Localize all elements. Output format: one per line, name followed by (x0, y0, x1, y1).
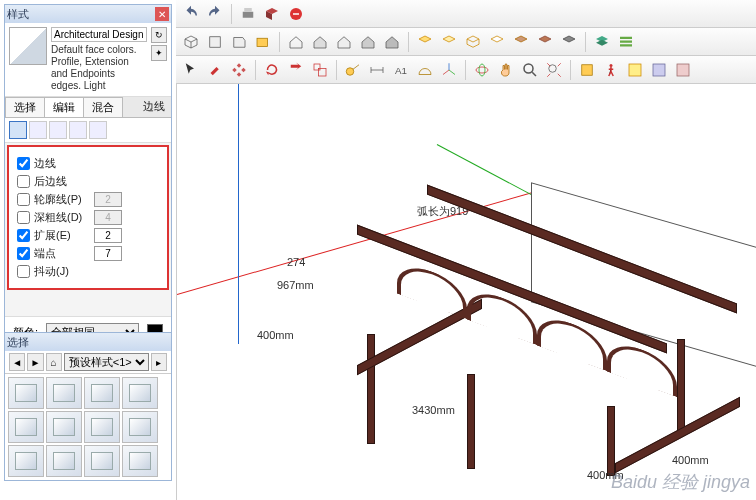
update-style-button[interactable]: ↻ (151, 27, 167, 43)
tab-mix[interactable]: 混合 (83, 97, 123, 117)
view-house-4[interactable] (357, 31, 379, 53)
style-tex[interactable] (534, 31, 556, 53)
view-house-1[interactable] (285, 31, 307, 53)
extension-checkbox[interactable] (17, 229, 30, 242)
browser-header[interactable]: 选择 (5, 333, 171, 351)
tab-edit[interactable]: 编辑 (44, 97, 84, 117)
svg-rect-19 (629, 64, 641, 76)
style-xray[interactable] (414, 31, 436, 53)
tool-redo[interactable] (204, 3, 226, 25)
style-thumb-item[interactable] (122, 411, 158, 443)
jitter-checkbox[interactable] (17, 265, 30, 278)
extension-value[interactable] (94, 228, 122, 243)
close-icon[interactable]: ✕ (155, 7, 169, 21)
endpoints-value[interactable] (94, 246, 122, 261)
edge-settings-icon[interactable] (9, 121, 27, 139)
pergola-model (357, 224, 717, 454)
dim-3430: 3430mm (412, 404, 455, 416)
tool-tape[interactable] (342, 59, 364, 81)
tool-front[interactable] (228, 31, 250, 53)
layers-icon[interactable] (591, 31, 613, 53)
style-thumb-item[interactable] (8, 445, 44, 477)
style-thumbnail[interactable] (9, 27, 47, 65)
tool-print[interactable] (237, 3, 259, 25)
face-settings-icon[interactable] (29, 121, 47, 139)
style-back[interactable] (438, 31, 460, 53)
svg-rect-8 (620, 44, 632, 46)
modeling-settings-icon[interactable] (89, 121, 107, 139)
view-house-5[interactable] (381, 31, 403, 53)
profiles-checkbox[interactable] (17, 193, 30, 206)
tool-plugin-2[interactable] (648, 59, 670, 81)
collection-select[interactable]: 预设样式<1> (64, 353, 149, 371)
tool-axes[interactable] (438, 59, 460, 81)
style-name-input[interactable] (51, 27, 147, 42)
style-thumb-item[interactable] (8, 411, 44, 443)
tool-box[interactable] (252, 31, 274, 53)
style-thumbnails (5, 374, 171, 480)
new-style-button[interactable]: ✦ (151, 45, 167, 61)
tool-section[interactable] (576, 59, 598, 81)
tool-plugin-3[interactable] (672, 59, 694, 81)
tool-zoom[interactable] (519, 59, 541, 81)
tool-scale[interactable] (309, 59, 331, 81)
view-house-2[interactable] (309, 31, 331, 53)
svg-rect-20 (653, 64, 665, 76)
tool-stop[interactable] (285, 3, 307, 25)
tab-select[interactable]: 选择 (5, 97, 45, 117)
style-thumb-item[interactable] (46, 445, 82, 477)
dim-967: 967mm (277, 279, 314, 291)
style-thumb-item[interactable] (46, 411, 82, 443)
style-hidden[interactable] (486, 31, 508, 53)
tool-dimension[interactable] (366, 59, 388, 81)
background-settings-icon[interactable] (49, 121, 67, 139)
toolbar-row-1 (176, 0, 756, 28)
tool-rotate[interactable] (261, 59, 283, 81)
style-mono[interactable] (558, 31, 580, 53)
tool-top[interactable] (204, 31, 226, 53)
style-thumb-item[interactable] (46, 377, 82, 409)
svg-rect-4 (210, 36, 221, 47)
view-house-3[interactable] (333, 31, 355, 53)
svg-point-14 (479, 64, 485, 76)
tool-walk[interactable] (600, 59, 622, 81)
browser-nav: ◄ ► ⌂ 预设样式<1> ▸ (5, 351, 171, 374)
watermark-settings-icon[interactable] (69, 121, 87, 139)
svg-rect-17 (582, 64, 593, 75)
tool-orbit[interactable] (471, 59, 493, 81)
nav-fwd-button[interactable]: ► (27, 353, 43, 371)
tool-text[interactable]: A1 (390, 59, 412, 81)
svg-rect-9 (314, 64, 320, 70)
tool-zoom-extents[interactable] (543, 59, 565, 81)
style-thumb-item[interactable] (84, 377, 120, 409)
panel-header[interactable]: 样式 ✕ (5, 5, 171, 23)
tool-undo[interactable] (180, 3, 202, 25)
details-button[interactable]: ▸ (151, 353, 167, 371)
style-thumb-item[interactable] (122, 377, 158, 409)
style-thumb-item[interactable] (84, 445, 120, 477)
model-viewport[interactable]: 弧长为919 967mm 274 400mm 3430mm 400mm 400m… (176, 84, 756, 500)
style-thumb-item[interactable] (122, 445, 158, 477)
tool-component[interactable] (228, 59, 250, 81)
tool-followme[interactable] (285, 59, 307, 81)
tool-pan[interactable] (495, 59, 517, 81)
back-edges-checkbox[interactable] (17, 175, 30, 188)
nav-back-button[interactable]: ◄ (9, 353, 25, 371)
style-thumb-item[interactable] (8, 377, 44, 409)
nav-home-button[interactable]: ⌂ (46, 353, 62, 371)
tool-paint[interactable] (204, 59, 226, 81)
style-shaded[interactable] (510, 31, 532, 53)
tool-select[interactable] (180, 59, 202, 81)
svg-rect-6 (620, 36, 632, 38)
tool-plugin-1[interactable] (624, 59, 646, 81)
tool-model[interactable] (261, 3, 283, 25)
style-thumb-item[interactable] (84, 411, 120, 443)
depth-cue-checkbox[interactable] (17, 211, 30, 224)
edges-checkbox[interactable] (17, 157, 30, 170)
tool-protractor[interactable] (414, 59, 436, 81)
tool-iso[interactable] (180, 31, 202, 53)
outliner-icon[interactable] (615, 31, 637, 53)
style-wire[interactable] (462, 31, 484, 53)
endpoints-checkbox[interactable] (17, 247, 30, 260)
svg-rect-21 (677, 64, 689, 76)
